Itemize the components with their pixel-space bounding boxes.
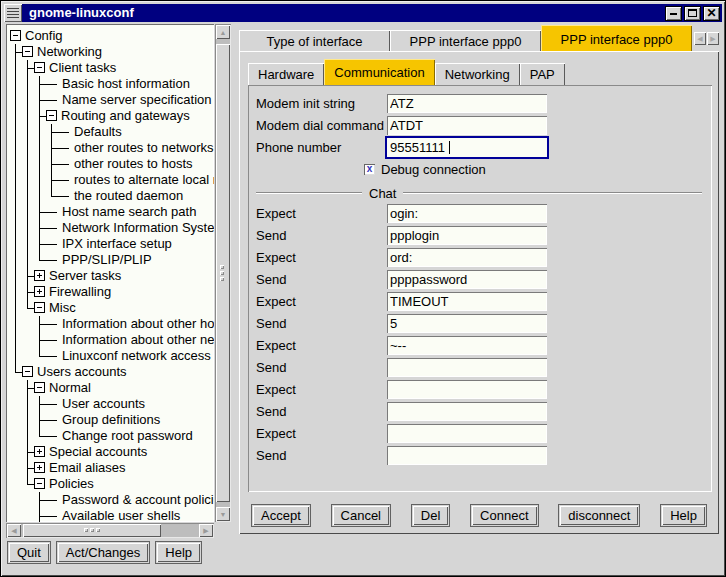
tree-item[interactable]: Server tasks [10, 268, 214, 284]
tree-item[interactable]: Policies [10, 476, 214, 492]
chat-send-1-input-field[interactable] [387, 226, 547, 245]
tree-expander-expanded-icon[interactable] [46, 110, 57, 121]
chat-send-5-input[interactable] [387, 314, 547, 333]
tree-item-change-root-password[interactable]: Change root password [59, 428, 193, 444]
tree-item[interactable]: Email aliases [10, 460, 214, 476]
chat-send-9-input[interactable] [387, 402, 547, 421]
tree-item[interactable]: Users accounts [10, 364, 214, 380]
tree-item[interactable]: the routed daemon [10, 188, 214, 204]
chat-expect-6-input-field[interactable] [387, 336, 547, 355]
subtab-pap[interactable]: PAP [520, 63, 565, 85]
close-button[interactable]: ✕ [703, 6, 720, 21]
modem-dial-command-input[interactable] [387, 116, 547, 135]
tree-item-email-aliases[interactable]: Email aliases [46, 460, 126, 476]
tree-item[interactable]: Information about other netw [10, 332, 214, 348]
tree-item-linuxconf-network-access[interactable]: Linuxconf network access [59, 348, 211, 364]
tree-item-information-about-other-hosts[interactable]: Information about other hosts [59, 316, 214, 332]
chat-expect-6-input[interactable] [387, 336, 547, 355]
scroll-up-button[interactable]: ▲ [216, 25, 230, 39]
vertical-scrollbar-thumb[interactable] [216, 44, 230, 502]
tree-item[interactable]: routes to alternate local ne [10, 172, 214, 188]
chat-expect-8-input-field[interactable] [387, 380, 547, 399]
tree-item-networking[interactable]: Networking [34, 44, 102, 60]
modem-init-string-input-field[interactable] [387, 94, 547, 113]
chat-send-3-input-field[interactable] [387, 270, 547, 289]
tree-expander-collapsed-icon[interactable] [34, 462, 45, 473]
tree-item[interactable]: Firewalling [10, 284, 214, 300]
chat-expect-10-input[interactable] [387, 424, 547, 443]
chat-send-11-input-field[interactable] [387, 446, 547, 465]
modem-init-string-input[interactable] [387, 94, 547, 113]
tree-item[interactable]: Config [10, 28, 214, 44]
subtab-communication[interactable]: Communication [324, 59, 434, 85]
tree-item[interactable]: Routing and gateways [10, 108, 214, 124]
debug-connection-checkbox[interactable]: x [364, 164, 375, 175]
tree-item[interactable]: Group definitions [10, 412, 214, 428]
scroll-left-button[interactable]: ◀ [7, 524, 21, 537]
tree-item[interactable]: Linuxconf network access [10, 348, 214, 364]
modem-dial-command-input-field[interactable] [387, 116, 547, 135]
tree-item-routing-and-gateways[interactable]: Routing and gateways [58, 108, 190, 124]
chat-expect-4-input-field[interactable] [387, 292, 547, 311]
tree-item[interactable]: Password & account policies [10, 492, 214, 508]
tree-item-misc[interactable]: Misc [46, 300, 76, 316]
tab-scroll-left-button[interactable]: ◀ [694, 32, 706, 45]
tree-item[interactable]: Network Information System [10, 220, 214, 236]
scroll-down-button[interactable]: ▼ [216, 507, 230, 521]
tree-item[interactable]: IPX interface setup [10, 236, 214, 252]
footer-act-changes-button[interactable]: Act/Changes [56, 541, 150, 564]
tab-ppp-interface-ppp0-2[interactable]: PPP interface ppp0 [541, 25, 692, 53]
phone-number-input-field[interactable] [387, 138, 547, 157]
tree-item[interactable]: Basic host information [10, 76, 214, 92]
titlebar[interactable]: gnome-linuxconf ✕ [4, 4, 722, 22]
chat-send-7-input[interactable] [387, 358, 547, 377]
tree-item[interactable]: Special accounts [10, 444, 214, 460]
chat-expect-4-input[interactable] [387, 292, 547, 311]
tree-item-the-routed-daemon[interactable]: the routed daemon [71, 188, 183, 204]
chat-expect-0-input[interactable] [387, 204, 547, 223]
tree-item-client-tasks[interactable]: Client tasks [46, 60, 116, 76]
tree-horizontal-scrollbar[interactable]: ◀ ▶ [6, 523, 214, 538]
tree-item-name-server-specification-d[interactable]: Name server specification (D [59, 92, 214, 108]
tree-expander-expanded-icon[interactable] [22, 366, 33, 377]
subtab-hardware[interactable]: Hardware [248, 63, 324, 85]
tree-expander-collapsed-icon[interactable] [34, 446, 45, 457]
chat-expect-0-input-field[interactable] [387, 204, 547, 223]
tree-expander-expanded-icon[interactable] [34, 382, 45, 393]
tab-type-of-interface-0[interactable]: Type of interface [239, 30, 390, 53]
chat-expect-2-input-field[interactable] [387, 248, 547, 267]
tree-item[interactable]: Normal [10, 380, 214, 396]
maximize-button[interactable] [684, 6, 701, 21]
tree-item-ppp-slip-plip[interactable]: PPP/SLIP/PLIP [59, 252, 152, 268]
tree-item[interactable]: Name server specification (D [10, 92, 214, 108]
tree-item-other-routes-to-hosts[interactable]: other routes to hosts [71, 156, 193, 172]
tree-item-normal[interactable]: Normal [46, 380, 91, 396]
chat-send-9-input-field[interactable] [387, 402, 547, 421]
tree-item[interactable]: Networking [10, 44, 214, 60]
tree-item-routes-to-alternate-local-ne[interactable]: routes to alternate local ne [71, 172, 214, 188]
connect-button[interactable]: Connect [470, 504, 538, 527]
tree-item-ipx-interface-setup[interactable]: IPX interface setup [59, 236, 172, 252]
horizontal-scrollbar-thumb[interactable] [23, 524, 161, 537]
tree-item-other-routes-to-networks[interactable]: other routes to networks [71, 140, 213, 156]
tree-item[interactable]: PPP/SLIP/PLIP [10, 252, 214, 268]
tree-item-password-account-policies[interactable]: Password & account policies [59, 492, 214, 508]
tree-item-defaults[interactable]: Defaults [71, 124, 122, 140]
tree-item-user-accounts[interactable]: User accounts [59, 396, 145, 412]
tree-item[interactable]: Client tasks [10, 60, 214, 76]
tree-expander-expanded-icon[interactable] [10, 30, 21, 41]
chat-expect-2-input[interactable] [387, 248, 547, 267]
tree-item-policies[interactable]: Policies [46, 476, 94, 492]
tree-item-network-information-system[interactable]: Network Information System [59, 220, 214, 236]
chat-expect-8-input[interactable] [387, 380, 547, 399]
help-button[interactable]: Help [660, 504, 707, 527]
chat-send-11-input[interactable] [387, 446, 547, 465]
tree-expander-collapsed-icon[interactable] [34, 286, 45, 297]
del-button[interactable]: Del [411, 504, 451, 527]
disconnect-button[interactable]: disconnect [558, 504, 640, 527]
chat-send-3-input[interactable] [387, 270, 547, 289]
tree-item[interactable]: Change root password [10, 428, 214, 444]
tree-expander-collapsed-icon[interactable] [34, 270, 45, 281]
tree-item-firewalling[interactable]: Firewalling [46, 284, 111, 300]
tree-item[interactable]: Defaults [10, 124, 214, 140]
